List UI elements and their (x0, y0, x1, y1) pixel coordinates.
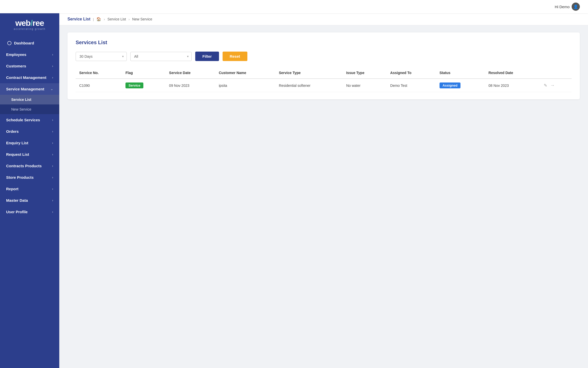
flag-badge: Service (125, 82, 143, 88)
status-badge: Assigned (440, 82, 461, 88)
cell-actions: ✎ → (540, 79, 572, 92)
table-header: Service No. Flag Service Date Customer N… (76, 68, 572, 79)
col-actions (540, 68, 572, 79)
sidebar-item-store-products[interactable]: Store Products › (0, 172, 59, 183)
action-icons: ✎ → (544, 83, 568, 88)
logo-tree: ree (32, 18, 44, 28)
chevron-right-icon: › (52, 129, 53, 133)
service-management-submenu: Service List New Service (0, 95, 59, 114)
sidebar-item-service-list[interactable]: Service List (0, 95, 59, 104)
filter-button[interactable]: Filter (195, 52, 219, 61)
logo: web/ree (15, 19, 44, 27)
schedule-services-label: Schedule Services (6, 118, 40, 122)
master-data-label: Master Data (6, 198, 28, 203)
chevron-right-icon: › (52, 76, 53, 79)
chevron-right-icon: › (52, 141, 53, 145)
enquiry-list-label: Enquiry List (6, 141, 28, 145)
services-list-card: Services List 30 Days All Filter Rese (67, 32, 580, 99)
chevron-right-icon: › (52, 198, 53, 202)
sidebar-item-request-list[interactable]: Request List › (0, 149, 59, 160)
chevron-right-icon: › (52, 175, 53, 179)
sidebar-nav: ◯ Dashboard Employees › Customers › Cont… (0, 35, 59, 368)
sidebar-item-new-service[interactable]: New Service (0, 104, 59, 114)
cell-assigned-to: Demo Test (387, 79, 436, 92)
home-icon[interactable]: 🏠 (96, 17, 101, 21)
sidebar-item-service-management[interactable]: Service Management ⌄ (0, 83, 59, 95)
sidebar-item-enquiry-list[interactable]: Enquiry List › (0, 137, 59, 149)
breadcrumb-current: New Service (132, 17, 152, 21)
sidebar-item-dashboard[interactable]: ◯ Dashboard (0, 37, 59, 49)
table-row: C1090 Service 09 Nov 2023 ipsita Residen… (76, 79, 572, 92)
chevron-right-icon: › (52, 64, 53, 68)
col-flag: Flag (122, 68, 166, 79)
chevron-right-icon: › (52, 118, 53, 122)
page-title: Services List (76, 40, 572, 45)
sidebar-item-master-data[interactable]: Master Data › (0, 195, 59, 206)
sidebar-item-report[interactable]: Report › (0, 183, 59, 195)
chevron-right-icon: › (52, 210, 53, 214)
dashboard-icon: ◯ (7, 41, 11, 45)
edit-icon[interactable]: ✎ (544, 83, 547, 88)
col-customer-name: Customer Name (215, 68, 275, 79)
table-body: C1090 Service 09 Nov 2023 ipsita Residen… (76, 79, 572, 92)
cell-service-type: Residential softener (275, 79, 342, 92)
cell-status: Assigned (436, 79, 485, 92)
sidebar-item-schedule-services[interactable]: Schedule Services › (0, 114, 59, 126)
sidebar-item-contract-management[interactable]: Contract Management › (0, 72, 59, 83)
sidebar-item-customers[interactable]: Customers › (0, 60, 59, 72)
services-table: Service No. Flag Service Date Customer N… (76, 68, 572, 92)
chevron-right-icon: › (52, 164, 53, 168)
breadcrumb-arrow-1: › (104, 17, 105, 21)
sidebar-item-employees[interactable]: Employees › (0, 49, 59, 60)
chevron-right-icon: › (52, 53, 53, 56)
greeting-text: Hi Demo (555, 5, 570, 9)
sidebar-item-orders[interactable]: Orders › (0, 126, 59, 137)
breadcrumb-divider: | (93, 17, 94, 21)
main-content: Service List | 🏠 › Service List › New Se… (59, 13, 588, 368)
col-resolved-date: Resolved Date (485, 68, 540, 79)
breadcrumb-link-service-list[interactable]: Service List (108, 17, 126, 21)
navigate-icon[interactable]: → (550, 83, 555, 88)
request-list-label: Request List (6, 152, 29, 157)
breadcrumb-arrow-2: › (129, 17, 130, 21)
col-assigned-to: Assigned To (387, 68, 436, 79)
contracts-products-label: Contracts Products (6, 164, 42, 168)
cell-service-no: C1090 (76, 79, 122, 92)
all-select[interactable]: All (130, 52, 192, 61)
col-service-type: Service Type (275, 68, 342, 79)
cell-issue-type: No water (343, 79, 387, 92)
customers-label: Customers (6, 64, 26, 68)
cell-flag: Service (122, 79, 166, 92)
report-label: Report (6, 187, 18, 191)
store-products-label: Store Products (6, 175, 34, 180)
app-layout: web/ree accelerating growth ◯ Dashboard … (0, 13, 588, 368)
page-content: Services List 30 Days All Filter Rese (59, 25, 588, 368)
reset-button[interactable]: Reset (223, 52, 247, 61)
sidebar-item-user-profile[interactable]: User Profile › (0, 206, 59, 218)
top-header: Hi Demo 👤 (0, 0, 588, 13)
cell-resolved-date: 08 Nov 2023 (485, 79, 540, 92)
user-profile-label: User Profile (6, 210, 28, 214)
sidebar: web/ree accelerating growth ◯ Dashboard … (0, 13, 59, 368)
sidebar-item-label: Dashboard (14, 41, 34, 45)
chevron-right-icon: › (52, 187, 53, 191)
days-select-wrapper: 30 Days (76, 52, 127, 61)
service-management-label: Service Management (6, 87, 44, 91)
orders-label: Orders (6, 129, 19, 134)
cell-customer-name: ipsita (215, 79, 275, 92)
contract-management-label: Contract Management (6, 75, 47, 80)
employees-label: Employees (6, 52, 26, 57)
avatar: 👤 (572, 3, 580, 11)
sidebar-item-contracts-products[interactable]: Contracts Products › (0, 160, 59, 172)
chevron-down-icon: ⌄ (50, 87, 53, 91)
sidebar-logo: web/ree accelerating growth (0, 13, 59, 35)
breadcrumb-section: Service List (67, 17, 90, 21)
logo-web: web (15, 18, 30, 28)
logo-subtext: accelerating growth (14, 28, 46, 30)
all-select-wrapper: All (130, 52, 192, 61)
breadcrumb-bar: Service List | 🏠 › Service List › New Se… (59, 13, 588, 25)
chevron-right-icon: › (52, 152, 53, 156)
user-info: Hi Demo 👤 (555, 3, 580, 11)
logo-slash: / (30, 18, 32, 28)
days-select[interactable]: 30 Days (76, 52, 127, 61)
